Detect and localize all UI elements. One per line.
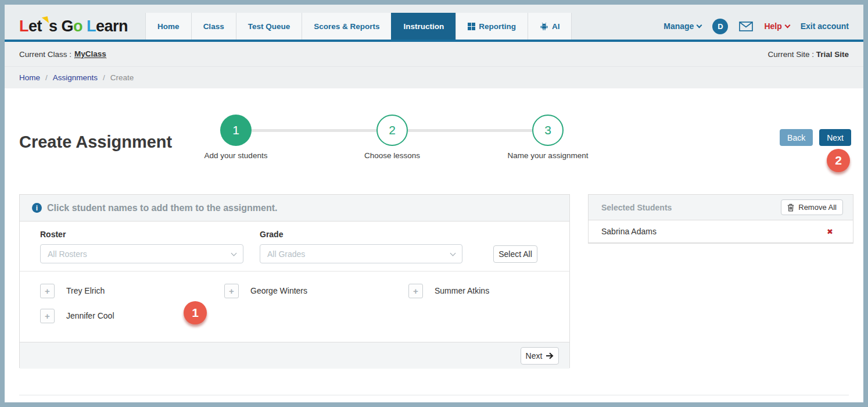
step-2-circle: 2 [376, 115, 408, 146]
roster-select-value: All Rosters [48, 249, 87, 259]
list-item[interactable]: + George Winters [224, 283, 408, 298]
nav-tab-test-queue[interactable]: Test Queue [236, 13, 302, 40]
nav-tab-instruction[interactable]: Instruction [391, 13, 455, 40]
stepper-connector [408, 129, 535, 132]
nav-tab-home[interactable]: Home [145, 13, 191, 40]
select-all-button[interactable]: Select All [493, 245, 537, 263]
student-name[interactable]: Trey Elrich [66, 286, 105, 295]
nav-tab-scores-reports[interactable]: Scores & Reports [302, 13, 391, 40]
account-menu: Manage D Help Exit account [663, 19, 849, 34]
main-nav: Home Class Test Queue Scores & Reports I… [145, 13, 572, 40]
selected-students-title: Selected Students [601, 203, 672, 212]
step-3-circle: 3 [532, 115, 564, 146]
current-class-link[interactable]: MyClass [74, 49, 106, 59]
roster-panel: i Click student names to add them to the… [19, 194, 570, 368]
main-content: Create Assignment 1 2 3 Add your student… [5, 88, 863, 402]
logo-letter: G [58, 17, 74, 35]
student-name[interactable]: Summer Atkins [435, 286, 489, 295]
selected-student-name: Sabrina Adams [601, 227, 657, 236]
add-student-icon[interactable]: + [40, 284, 55, 298]
selected-student-row: Sabrina Adams ✖ [589, 220, 853, 243]
page-title: Create Assignment [19, 133, 172, 152]
logo-letter: L [83, 17, 96, 35]
lets-go-learn-logo[interactable]: Lets Go Learn [19, 17, 128, 35]
chevron-down-icon [231, 250, 237, 256]
logo-letter: s [49, 17, 58, 35]
roster-info-bar: i Click student names to add them to the… [20, 195, 569, 222]
context-bar: Current Class : MyClass Current Site : T… [5, 42, 863, 67]
step-2-label: Choose lessons [328, 151, 456, 160]
back-button[interactable]: Back [780, 129, 813, 146]
step-1-label: Add your students [172, 151, 300, 160]
logo-letter: et [28, 17, 42, 35]
roster-next-button[interactable]: Next [521, 347, 559, 365]
logo-letter: earn [96, 17, 128, 35]
mail-icon[interactable] [739, 22, 753, 31]
add-student-icon[interactable]: + [408, 284, 423, 298]
wizard-actions: Back Next [780, 129, 851, 146]
remove-all-button[interactable]: Remove All [781, 199, 843, 215]
breadcrumb-home[interactable]: Home [19, 73, 40, 82]
list-item[interactable]: + Trey Elrich [40, 283, 224, 298]
step-3-label: Name your assignment [484, 151, 612, 160]
annotation-badge-2: 2 [827, 149, 850, 172]
chevron-down-icon [784, 23, 790, 28]
chevron-down-icon [697, 23, 702, 28]
next-button[interactable]: Next [819, 129, 851, 146]
add-student-icon[interactable]: + [40, 309, 55, 323]
roster-filters: Roster All Rosters Grade All Grades Sele… [20, 222, 569, 272]
student-name[interactable]: George Winters [250, 286, 307, 295]
step-1-circle: 1 [220, 115, 252, 146]
grade-select[interactable]: All Grades [260, 244, 462, 263]
roster-panel-footer: Next [20, 342, 569, 369]
chevron-down-icon [450, 250, 456, 256]
current-class-label: Current Class : [19, 50, 71, 59]
logo-letter: L [19, 17, 28, 35]
nav-tab-class[interactable]: Class [191, 13, 236, 40]
current-site: Current Site : Trial Site [767, 50, 849, 59]
logo-letter: o [73, 17, 83, 35]
selected-students-header: Selected Students Remove All [589, 195, 853, 220]
breadcrumb: Home / Assignments / Create [5, 67, 863, 88]
annotation-badge-1: 1 [184, 301, 207, 324]
help-menu[interactable]: Help [764, 22, 789, 31]
sub-header: Current Class : MyClass Current Site : T… [5, 42, 863, 88]
nav-tab-reporting[interactable]: Reporting [455, 13, 528, 40]
add-student-icon[interactable]: + [224, 284, 239, 298]
current-site-value: Trial Site [816, 50, 849, 59]
breadcrumb-create: Create [110, 73, 134, 82]
selected-students-panel: Selected Students Remove All Sabrina Ada… [588, 194, 853, 244]
grade-select-value: All Grades [267, 249, 305, 259]
roster-select[interactable]: All Rosters [40, 244, 243, 263]
nav-tab-ai[interactable]: AI [528, 13, 572, 40]
user-avatar[interactable]: D [712, 19, 728, 34]
student-name[interactable]: Jennifer Cool [66, 311, 114, 320]
arrow-right-icon [546, 352, 554, 359]
roster-info-text: Click student names to add them to the a… [47, 203, 278, 213]
bottom-divider [19, 395, 849, 395]
app-window: Lets Go Learn Home Class Test Queue Scor… [5, 5, 863, 402]
top-bar: Lets Go Learn Home Class Test Queue Scor… [5, 5, 863, 40]
trash-icon [787, 204, 794, 212]
robot-icon [540, 22, 548, 31]
grade-label: Grade [260, 230, 283, 239]
info-icon: i [32, 203, 42, 213]
remove-student-icon[interactable]: ✖ [827, 227, 833, 236]
student-list: + Trey Elrich + George Winters + Summer … [20, 272, 569, 342]
stepper-connector [252, 129, 379, 132]
list-item[interactable]: + Summer Atkins [408, 283, 593, 298]
breadcrumb-assignments[interactable]: Assignments [53, 73, 98, 82]
logo-flag-icon [42, 16, 49, 24]
exit-account-link[interactable]: Exit account [801, 22, 849, 31]
roster-label: Roster [40, 230, 66, 239]
manage-menu[interactable]: Manage [663, 22, 701, 31]
grid-icon [468, 23, 475, 30]
